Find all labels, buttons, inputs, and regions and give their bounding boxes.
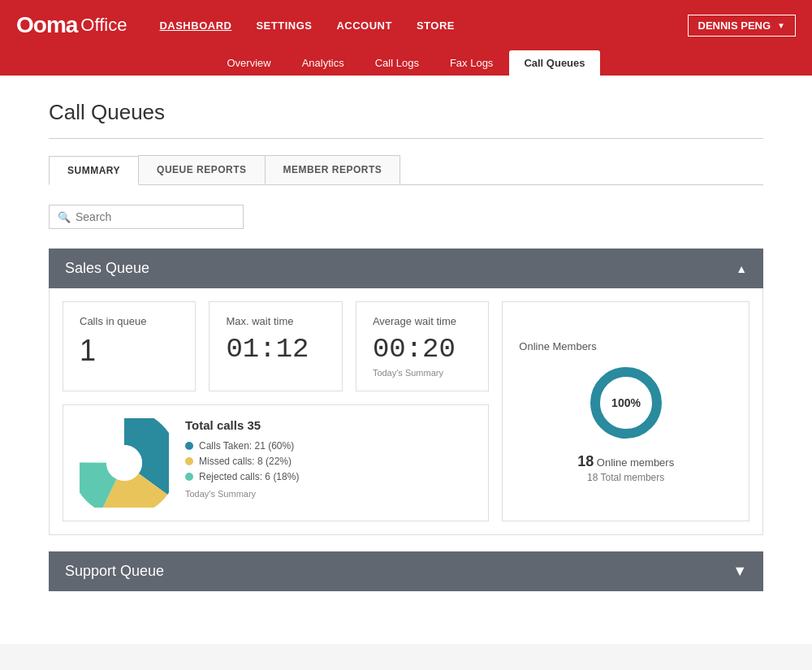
- user-menu[interactable]: DENNIS PENG ▼: [688, 15, 796, 37]
- sales-queue-title: Sales Queue: [65, 260, 149, 277]
- online-members-card: Online Members 100% 18 Online members: [502, 301, 749, 521]
- legend-item-0: Calls Taken: 21 (60%): [185, 440, 472, 452]
- logo-office: Office: [80, 15, 127, 36]
- sub-navigation: Overview Analytics Call Logs Fax Logs Ca…: [0, 50, 812, 76]
- max-wait-label: Max. wait time: [226, 315, 325, 327]
- max-wait-value: 01:12: [226, 334, 325, 365]
- page-title: Call Queues: [49, 100, 763, 125]
- main-nav: DASHBOARD SETTINGS ACCOUNT STORE: [159, 19, 687, 32]
- sales-queue-content: Calls in queue 1 Max. wait time 01:12 Av…: [49, 288, 763, 535]
- stat-cards-column: Calls in queue 1 Max. wait time 01:12 Av…: [63, 301, 489, 521]
- pie-subtitle: Today's Summary: [185, 489, 472, 499]
- total-members-text: Total members: [601, 472, 665, 483]
- pie-legend: Total calls 35 Calls Taken: 21 (60%) Mis…: [185, 418, 472, 499]
- logo-ooma: Ooma: [16, 12, 77, 38]
- tab-member-reports[interactable]: MEMBER REPORTS: [265, 155, 401, 184]
- chevron-down-icon: ▼: [777, 21, 785, 30]
- legend-label-taken: Calls Taken: 21 (60%): [199, 440, 294, 452]
- subnav-fax-logs[interactable]: Fax Logs: [435, 50, 508, 76]
- title-divider: [49, 138, 763, 139]
- expand-icon: ▼: [732, 563, 747, 580]
- nav-settings[interactable]: SETTINGS: [256, 19, 312, 32]
- calls-in-queue-label: Calls in queue: [80, 315, 179, 327]
- support-queue-section: Support Queue ▼: [49, 551, 763, 591]
- legend-label-rejected: Rejected calls: 6 (18%): [199, 471, 299, 482]
- total-row: 18 Total members: [577, 472, 674, 483]
- tab-queue-reports[interactable]: QUEUE REPORTS: [138, 155, 266, 184]
- pie-title: Total calls 35: [185, 418, 472, 432]
- collapse-icon: ▲: [736, 262, 747, 275]
- support-queue-title: Support Queue: [65, 563, 164, 580]
- top-navigation: Ooma Office DASHBOARD SETTINGS ACCOUNT S…: [0, 0, 812, 50]
- search-icon: 🔍: [58, 211, 71, 223]
- search-container: 🔍: [49, 205, 763, 229]
- search-input[interactable]: [76, 210, 235, 223]
- subnav-overview[interactable]: Overview: [212, 50, 285, 76]
- sales-queue-section: Sales Queue ▲ Calls in queue 1 Max. wait…: [49, 249, 763, 535]
- online-count-row: 18 Online members: [577, 453, 674, 470]
- tab-bar: SUMMARY QUEUE REPORTS MEMBER REPORTS: [49, 155, 763, 185]
- avg-wait-label: Average wait time: [373, 315, 472, 327]
- max-wait-card: Max. wait time 01:12: [209, 301, 342, 391]
- legend-dot-missed: [185, 457, 193, 465]
- search-wrapper: 🔍: [49, 205, 244, 229]
- pie-chart: [80, 418, 169, 508]
- pie-chart-card: Total calls 35 Calls Taken: 21 (60%) Mis…: [63, 404, 489, 521]
- avg-wait-card: Average wait time 00:20 Today's Summary: [356, 301, 489, 391]
- user-name: DENNIS PENG: [698, 19, 771, 32]
- nav-store[interactable]: STORE: [417, 19, 455, 32]
- online-members-label: Online Members: [519, 340, 596, 352]
- calls-in-queue-card: Calls in queue 1: [63, 301, 196, 391]
- legend-label-missed: Missed calls: 8 (22%): [199, 456, 292, 467]
- main-content: Call Queues SUMMARY QUEUE REPORTS MEMBER…: [0, 76, 812, 644]
- members-info: 18 Online members 18 Total members: [577, 453, 674, 483]
- nav-dashboard[interactable]: DASHBOARD: [159, 19, 231, 32]
- subnav-call-logs[interactable]: Call Logs: [361, 50, 434, 76]
- avg-wait-subtitle: Today's Summary: [373, 368, 472, 378]
- sales-queue-header[interactable]: Sales Queue ▲: [49, 249, 763, 288]
- legend-item-2: Rejected calls: 6 (18%): [185, 471, 472, 482]
- legend-dot-rejected: [185, 473, 193, 481]
- nav-account[interactable]: ACCOUNT: [336, 19, 392, 32]
- svg-point-3: [106, 445, 142, 481]
- logo: Ooma Office: [16, 12, 127, 38]
- subnav-call-queues[interactable]: Call Queues: [509, 50, 599, 76]
- tab-summary[interactable]: SUMMARY: [49, 156, 139, 185]
- legend-dot-taken: [185, 442, 193, 450]
- online-members-text: Online members: [597, 456, 674, 469]
- top-stat-row: Calls in queue 1 Max. wait time 01:12 Av…: [63, 301, 489, 391]
- legend-item-1: Missed calls: 8 (22%): [185, 456, 472, 467]
- avg-wait-value: 00:20: [373, 334, 472, 365]
- svg-text:100%: 100%: [611, 396, 641, 409]
- online-count: 18: [577, 453, 594, 469]
- donut-chart: 100%: [585, 362, 667, 443]
- subnav-analytics[interactable]: Analytics: [287, 50, 359, 76]
- support-queue-header[interactable]: Support Queue ▼: [49, 551, 763, 591]
- total-count: 18: [587, 472, 598, 483]
- calls-in-queue-value: 1: [80, 334, 179, 368]
